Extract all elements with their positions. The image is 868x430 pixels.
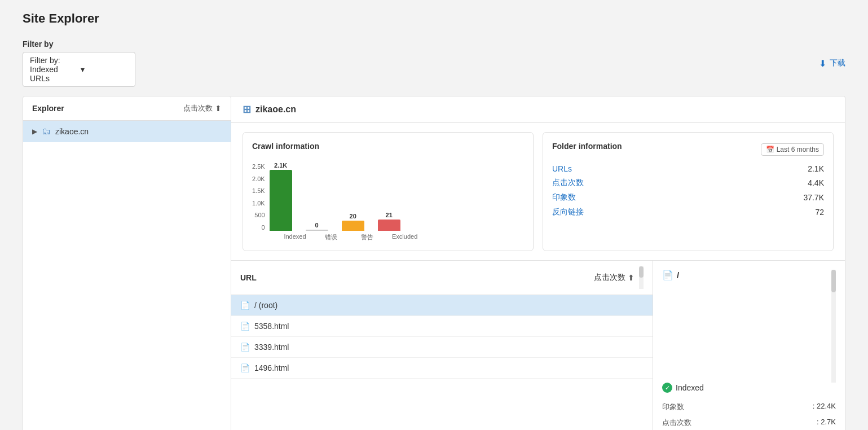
stat-value-backlinks: 72 [815,208,824,217]
crawl-card: Crawl information 2.5K 2.0K 1.5K 1.0K 50… [243,132,534,251]
detail-label-impressions: 印象数 [662,402,684,412]
url-item-root[interactable]: 📄 / (root) [231,295,653,316]
bar-warning: 20 [342,213,364,231]
right-panel: ⊞ zikaoe.cn Crawl information 2.5K 2.0K … [231,96,845,430]
stat-value-impressions: 37.7K [803,193,824,202]
x-label-excluded: Excluded [392,233,415,242]
bars-area: 2.1K 0 20 [270,163,524,231]
bar-warning-value: 20 [350,213,356,220]
detail-scrollbar[interactable] [831,270,836,383]
file-icon-3339: 📄 [240,343,250,352]
detail-header: 📄 / [662,270,679,280]
bar-excluded-rect [378,220,400,231]
y-label-1500: 1.5K [252,187,265,194]
bottom-split: URL 点击次数 ⬆ 📄 / (root) [231,261,845,430]
detail-stats: 印象数 : 22.4K 点击次数 : 2.7K Last crawled : 1… [662,402,836,430]
url-list-header: URL 点击次数 ⬆ [231,261,653,295]
chart-area: 2.5K 2.0K 1.5K 1.0K 500 0 2.1K [252,157,524,231]
detail-value-impressions: : 22.4K [813,402,836,412]
filter-label: Filter by [23,40,135,49]
url-list-scrollbar[interactable] [639,266,644,289]
indexed-badge: ✓ Indexed [662,383,836,393]
bar-error-value: 0 [315,222,319,229]
tree-item-zikaoe[interactable]: ▶ 🗂 zikaoe.cn [23,121,231,142]
detail-scrollbar-thumb [831,270,836,292]
main-content: Explorer 点击次数 ⬆ ▶ 🗂 zikaoe.cn ⊞ zikaoe.c… [23,96,845,430]
filter-select-text: Filter by: Indexed URLs [30,56,77,83]
chevron-down-icon: ▾ [81,65,128,74]
url-sort-icon[interactable]: ⬆ [628,273,635,282]
info-cards-row: Crawl information 2.5K 2.0K 1.5K 1.0K 50… [231,123,845,261]
x-label-indexed: Indexed [284,233,306,242]
stat-row-clicks: 点击次数 4.4K [552,178,824,188]
chart-container: 2.5K 2.0K 1.5K 1.0K 500 0 2.1K [252,157,524,242]
url-item-1496-text: 1496.html [254,363,289,372]
page-title: Site Explorer [23,11,845,26]
bar-indexed-rect [270,170,292,231]
site-name: zikaoe.cn [255,104,296,115]
stat-row-impressions: 印象数 37.7K [552,192,824,203]
filter-left: Filter by Filter by: Indexed URLs ▾ [23,40,135,87]
y-label-500: 500 [252,212,265,218]
folder-card-header: Folder information 📅 Last 6 months [552,142,824,157]
crawl-card-title: Crawl information [252,142,524,151]
period-selector[interactable]: 📅 Last 6 months [761,143,824,156]
y-label-2000: 2.0K [252,175,265,182]
bar-indexed: 2.1K [270,162,292,231]
y-label-2500: 2.5K [252,163,265,170]
stat-row-backlinks: 反向链接 72 [552,207,824,217]
url-item-3339-text: 3339.html [254,343,289,352]
file-icon-1496: 📄 [240,363,250,372]
tree-item-label: zikaoe.cn [55,127,89,136]
detail-file-icon: 📄 [662,270,673,280]
indexed-status-text: Indexed [676,383,704,392]
clicks-header: 点击次数 ⬆ [183,103,222,113]
url-item-5358[interactable]: 📄 5358.html [231,316,653,337]
sort-icon[interactable]: ⬆ [215,104,222,113]
url-clicks-header: 点击次数 ⬆ [594,266,644,289]
stat-label-clicks: 点击次数 [552,178,584,188]
bar-excluded-value: 21 [386,212,393,218]
x-label-error: 错误 [320,233,342,242]
file-icon-5358: 📄 [240,322,250,331]
url-item-5358-text: 5358.html [254,322,289,331]
detail-stat-clicks: 点击次数 : 2.7K [662,418,836,428]
url-clicks-label: 点击次数 [594,273,625,283]
download-label: 下载 [830,58,845,68]
url-item-3339[interactable]: 📄 3339.html [231,337,653,358]
site-icon: ⊞ [243,103,251,116]
stat-value-clicks: 4.4K [808,178,824,187]
url-list-panel: URL 点击次数 ⬆ 📄 / (root) [231,261,653,430]
bar-indexed-value: 2.1K [274,162,287,169]
right-panel-header: ⊞ zikaoe.cn [231,96,845,123]
url-col-label: URL [240,273,257,282]
file-icon-root: 📄 [240,301,250,310]
stat-row-urls: URLs 2.1K [552,164,824,173]
folder-card-title: Folder information [552,142,622,151]
clicks-label: 点击次数 [183,103,213,113]
detail-label-clicks: 点击次数 [662,418,691,428]
url-list-items: 📄 / (root) 📄 5358.html 📄 3339.html [231,295,653,379]
folder-icon: 🗂 [42,126,51,137]
download-button[interactable]: ⬇ 下载 [819,58,845,69]
download-icon: ⬇ [819,58,826,69]
x-label-warning: 警告 [356,233,378,242]
stat-value-urls: 2.1K [808,164,824,173]
filter-select[interactable]: Filter by: Indexed URLs ▾ [23,52,135,87]
calendar-icon: 📅 [766,146,774,153]
folder-stats: URLs 2.1K 点击次数 4.4K 印象数 37.7K 反向链接 [552,164,824,217]
explorer-label: Explorer [32,104,64,113]
bar-error: 0 [306,222,328,231]
url-item-root-text: / (root) [254,301,277,310]
url-list-scrollbar-thumb [639,266,644,278]
left-panel: Explorer 点击次数 ⬆ ▶ 🗂 zikaoe.cn [23,96,231,430]
detail-value-clicks: : 2.7K [817,418,836,428]
indexed-check-icon: ✓ [662,383,672,393]
bar-excluded: 21 [378,212,400,231]
url-item-1496[interactable]: 📄 1496.html [231,358,653,379]
detail-stat-impressions: 印象数 : 22.4K [662,402,836,412]
detail-panel: 📄 / ✓ Indexed 印象数 : 22 [653,261,845,430]
filter-section: Filter by Filter by: Indexed URLs ▾ ⬇ 下载 [23,40,845,87]
folder-card: Folder information 📅 Last 6 months URLs … [543,132,834,251]
stat-label-impressions: 印象数 [552,192,576,203]
